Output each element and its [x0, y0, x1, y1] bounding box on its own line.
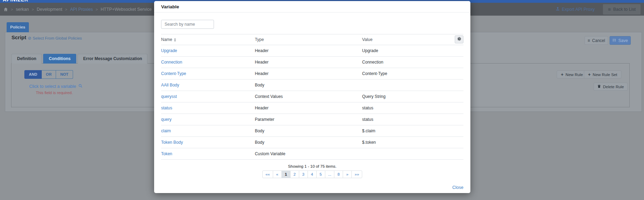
- script-tab[interactable]: Definition: [11, 54, 42, 64]
- table-settings-button[interactable]: [455, 35, 463, 43]
- pagination-button[interactable]: 1: [281, 170, 291, 178]
- variable-type-cell: Custom Variable: [255, 148, 362, 160]
- delete-rule-button[interactable]: Delete Rule: [594, 83, 628, 91]
- table-row: status Header status: [161, 102, 463, 114]
- pagination-button[interactable]: 2: [290, 170, 299, 178]
- search-input[interactable]: [161, 20, 214, 29]
- variable-name-link[interactable]: querysst: [161, 91, 255, 102]
- variable-value-cell: [362, 148, 463, 160]
- table-row: Connection Header Connection: [161, 57, 463, 68]
- table-row: AAll Body Body: [161, 80, 463, 91]
- pagination-button[interactable]: «: [273, 170, 282, 178]
- ban-icon: ⊘: [28, 36, 31, 41]
- pagination-button[interactable]: »»: [351, 170, 362, 178]
- table-row: Token Custom Variable: [161, 148, 463, 160]
- variable-name-link[interactable]: Upgrade: [161, 45, 255, 57]
- script-tab[interactable]: Conditions: [43, 54, 76, 64]
- pagination-button[interactable]: 4: [308, 170, 317, 178]
- variable-name-link[interactable]: Content-Type: [161, 68, 255, 80]
- table-row: query Parameter status: [161, 114, 463, 125]
- new-rule-set-button[interactable]: + New Rule Set: [584, 70, 621, 78]
- breadcrumb-separator: >: [11, 7, 13, 11]
- new-rule-button[interactable]: + New Rule: [557, 70, 587, 78]
- variable-type-cell: Parameter: [255, 114, 362, 125]
- variable-value-cell: Query String: [362, 91, 463, 102]
- logic-operator-group: AND OR NOT: [24, 70, 73, 79]
- breadcrumb-actions: Export API Proxy ≡ Back to List: [556, 4, 641, 15]
- select-variable-link[interactable]: Click to select a variable: [29, 84, 82, 89]
- logic-operator-button[interactable]: OR: [42, 70, 56, 79]
- pagination-button[interactable]: ...: [325, 170, 335, 178]
- breadcrumb: > serkan > Development > API Proxies > H…: [3, 7, 152, 12]
- save-button[interactable]: Save: [610, 36, 631, 45]
- variable-name-link[interactable]: AAll Body: [161, 80, 255, 91]
- variable-name-link[interactable]: Token Body: [161, 137, 255, 148]
- validation-error-text: This field is required.: [36, 91, 73, 95]
- cancel-button[interactable]: ≡ Cancel: [585, 36, 608, 45]
- script-tabs: Definition Conditions Error Message Cust…: [11, 54, 149, 64]
- variable-type-cell: Body: [255, 125, 362, 137]
- table-row: claim Body $.claim: [161, 125, 463, 137]
- variable-value-cell: $.token: [362, 137, 463, 148]
- brand-logo: APINIZER: [3, 0, 28, 2]
- section-title: Script: [11, 34, 26, 40]
- variable-name-link[interactable]: query: [161, 114, 255, 125]
- script-tab[interactable]: Error Message Customization: [78, 54, 148, 64]
- variable-type-cell: Header: [255, 45, 362, 57]
- variable-type-cell: Header: [255, 102, 362, 114]
- logic-operator-button[interactable]: AND: [24, 70, 42, 79]
- variable-modal: Variable Name Type Value Upgrade Header …: [154, 1, 470, 193]
- table-row: querysst Context Values Query String: [161, 91, 463, 102]
- variable-value-cell: [362, 80, 463, 91]
- export-api-proxy-button[interactable]: Export API Proxy: [556, 7, 595, 12]
- variable-type-cell: Body: [255, 80, 362, 91]
- pagination-button[interactable]: 5: [316, 170, 325, 178]
- tab-policies[interactable]: Policies: [7, 22, 29, 32]
- variable-table: Name Type Value Upgrade Header Upgrade C…: [161, 34, 463, 160]
- column-header-type: Type: [255, 34, 362, 45]
- breadcrumb-item[interactable]: serkan: [16, 7, 29, 12]
- breadcrumb-item[interactable]: API Proxies: [70, 7, 93, 12]
- pagination-button[interactable]: »: [343, 170, 352, 178]
- variable-type-cell: Context Values: [255, 91, 362, 102]
- variable-name-link[interactable]: status: [161, 102, 255, 114]
- variable-value-cell: status: [362, 102, 463, 114]
- breadcrumb-separator: >: [96, 7, 98, 11]
- search-icon: [78, 84, 82, 89]
- list-icon: ≡: [588, 38, 590, 43]
- variable-name-link[interactable]: Connection: [161, 57, 255, 68]
- app-screen: APINIZER > serkan > Development > API Pr…: [0, 0, 644, 200]
- breadcrumb-item[interactable]: HTTP+Websocket Service: [101, 7, 152, 12]
- floppy-save-icon: [612, 38, 616, 43]
- trash-icon: [597, 84, 601, 89]
- breadcrumb-separator: >: [65, 7, 67, 11]
- pagination-button[interactable]: 8: [334, 170, 343, 178]
- variable-value-cell: status: [362, 114, 463, 125]
- variable-type-cell: Header: [255, 57, 362, 68]
- variable-name-link[interactable]: Token: [161, 148, 255, 160]
- sort-icon: [174, 38, 176, 42]
- breadcrumb-item[interactable]: Development: [37, 7, 62, 12]
- pagination-summary: Showing 1 - 10 of 75 items.: [154, 164, 470, 168]
- variable-value-cell: Connection: [362, 57, 463, 68]
- table-row: Upgrade Header Upgrade: [161, 45, 463, 57]
- select-from-global-policies-link[interactable]: ⊘ Select From Global Policies: [28, 36, 82, 41]
- variable-type-cell: Body: [255, 137, 362, 148]
- home-icon[interactable]: [3, 7, 8, 11]
- variable-type-cell: Header: [255, 68, 362, 80]
- plus-icon: +: [561, 72, 564, 77]
- table-row: Content-Type Header Content-Type: [161, 68, 463, 80]
- variable-value-cell: $.claim: [362, 125, 463, 137]
- variable-name-link[interactable]: claim: [161, 125, 255, 137]
- list-icon: ≡: [608, 7, 611, 12]
- gear-icon: [457, 37, 461, 42]
- column-header-name[interactable]: Name: [161, 34, 255, 45]
- pagination-button[interactable]: ««: [262, 170, 273, 178]
- pagination-button[interactable]: 3: [299, 170, 308, 178]
- modal-header: Variable: [154, 1, 470, 12]
- back-to-list-button[interactable]: ≡ Back to List: [603, 4, 641, 15]
- logic-operator-button[interactable]: NOT: [56, 70, 73, 79]
- modal-close-button[interactable]: Close: [452, 185, 463, 190]
- variable-value-cell: Upgrade: [362, 45, 463, 57]
- column-header-value: Value: [362, 34, 463, 45]
